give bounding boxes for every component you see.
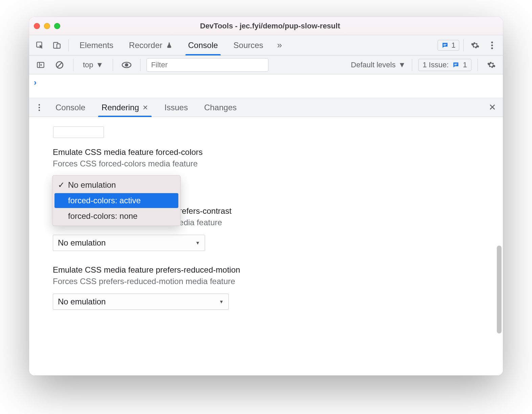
chevron-down-icon: ▼ [96,61,104,69]
svg-point-16 [39,109,40,111]
tab-label: Recorder [129,41,162,50]
prefers-reduced-motion-select[interactable]: No emulation ▼ [53,294,229,310]
devtools-window: DevTools - jec.fyi/demo/pup-slow-result … [29,17,503,375]
select-value: No emulation [58,297,106,306]
drawer-tab-console[interactable]: Console [48,98,93,117]
svg-rect-2 [57,44,60,48]
settings-icon[interactable] [468,38,483,53]
device-toolbar-icon[interactable] [49,38,64,53]
option-forced-colors-active[interactable]: forced-colors: active [54,193,178,208]
chevron-down-icon: ▼ [219,299,224,304]
issues-counter[interactable]: 1 Issue: 1 [418,59,471,71]
tab-console[interactable]: Console [181,35,225,55]
tab-recorder[interactable]: Recorder [122,35,179,55]
section-desc: Forces CSS prefers-reduced-motion media … [53,277,479,286]
console-settings-icon[interactable] [484,58,499,72]
drawer-kebab-icon[interactable] [32,100,47,115]
console-sidebar-toggle-icon[interactable] [33,58,48,72]
svg-point-7 [491,47,493,49]
svg-rect-3 [443,44,446,45]
tab-label: Issues [164,103,188,112]
divider [113,59,113,71]
section-prefers-reduced-motion: Emulate CSS media feature prefers-reduce… [53,265,479,310]
chevron-down-icon: ▼ [195,240,200,246]
message-icon [452,61,460,69]
live-expression-icon[interactable] [119,58,134,72]
select-value: No emulation [58,238,106,248]
console-toolbar: top ▼ Default levels ▼ 1 Issue: [29,55,503,74]
svg-rect-12 [454,64,457,64]
context-label: top [83,61,93,69]
issues-count: 1 [451,41,456,50]
close-window-button[interactable] [34,23,40,29]
divider [478,59,478,71]
divider [412,59,412,71]
section-title: Emulate CSS media feature forced-colors [53,147,479,157]
svg-rect-13 [454,65,456,65]
kebab-menu-icon[interactable] [485,38,500,53]
divider [73,59,73,71]
clear-console-icon[interactable] [52,58,67,72]
tab-label: Console [56,103,85,112]
forced-colors-dropdown: ✓ No emulation forced-colors: active for… [52,175,181,226]
drawer-tab-rendering[interactable]: Rendering ✕ [94,98,156,117]
window-title: DevTools - jec.fyi/demo/pup-slow-result [66,22,474,30]
prompt-chevron-icon: › [34,78,37,87]
issues-count: 1 [463,61,467,69]
tab-label: Rendering [102,103,139,112]
tab-label: Console [188,41,218,50]
prefers-contrast-select[interactable]: No emulation ▼ [53,235,205,251]
svg-rect-4 [443,45,445,46]
titlebar: DevTools - jec.fyi/demo/pup-slow-result [29,17,503,35]
issues-label: 1 Issue: [423,61,449,69]
check-icon: ✓ [58,180,65,190]
rendering-pane: Emulate CSS media feature forced-colors … [29,117,503,375]
filter-field[interactable] [151,61,264,69]
log-levels-selector[interactable]: Default levels ▼ [351,61,406,69]
message-icon [441,42,449,49]
chevron-down-icon: ▼ [398,61,406,69]
tab-sources[interactable]: Sources [227,35,270,55]
levels-label: Default levels [351,61,396,69]
issues-badge[interactable]: 1 [438,40,459,51]
tab-label: Elements [80,41,113,50]
option-forced-colors-none[interactable]: forced-colors: none [54,209,178,224]
svg-point-15 [39,107,40,108]
tab-label: Sources [234,41,263,50]
svg-point-5 [491,41,493,43]
filter-input[interactable] [147,58,268,72]
option-no-emulation[interactable]: ✓ No emulation [54,178,178,192]
tab-label: Changes [204,103,237,112]
section-desc: Forces CSS forced-colors media feature [53,159,479,168]
option-label: No emulation [68,180,116,190]
svg-point-11 [125,63,128,67]
minimize-window-button[interactable] [44,23,50,29]
drawer-tabbar: Console Rendering ✕ Issues Changes ✕ [29,98,503,117]
divider [140,59,140,71]
svg-point-14 [39,104,40,105]
main-tabbar: Elements Recorder Console Sources » 1 [29,35,503,55]
truncated-select[interactable] [53,127,104,138]
drawer-tab-issues[interactable]: Issues [157,98,195,117]
close-tab-icon[interactable]: ✕ [142,104,148,112]
divider [463,39,464,51]
window-controls [34,23,60,29]
zoom-window-button[interactable] [54,23,60,29]
scrollbar-thumb[interactable] [497,246,502,334]
tab-elements[interactable]: Elements [73,35,120,55]
more-tabs-icon[interactable]: » [272,38,287,53]
section-title: Emulate CSS media feature prefers-reduce… [53,265,479,275]
divider [68,39,69,51]
close-drawer-icon[interactable]: ✕ [485,102,500,113]
option-label: forced-colors: none [68,211,137,221]
console-prompt[interactable]: › [29,74,503,98]
option-label: forced-colors: active [68,196,141,205]
flask-icon [166,42,173,49]
context-selector[interactable]: top ▼ [80,59,107,71]
inspect-element-icon[interactable] [32,38,47,53]
drawer-tab-changes[interactable]: Changes [197,98,244,117]
svg-point-6 [491,44,493,46]
